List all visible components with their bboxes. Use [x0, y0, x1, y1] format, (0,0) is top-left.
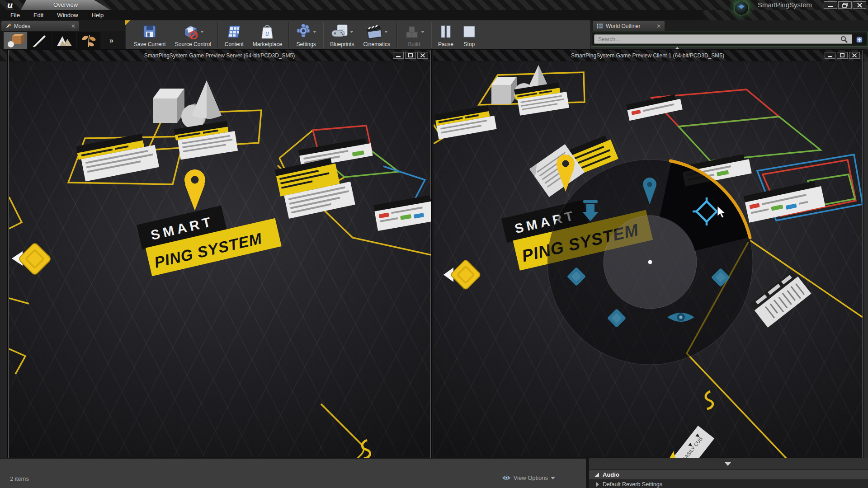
- settings-dropdown-icon[interactable]: [313, 31, 316, 33]
- menu-edit[interactable]: Edit: [28, 10, 49, 20]
- settings-label: Settings: [296, 41, 316, 47]
- unreal-editor-window: u Overview SmartPingSystem File Edit Win…: [0, 0, 868, 488]
- server-minimize-button[interactable]: [393, 52, 404, 59]
- mode-paint-button[interactable]: [28, 32, 52, 49]
- rotated-placard: [750, 270, 811, 328]
- maximize-icon: [840, 53, 844, 57]
- blueprints-button[interactable]: Blueprints: [326, 20, 359, 49]
- outliner-search-row: [591, 32, 868, 47]
- settings-button[interactable]: Settings: [291, 20, 321, 49]
- client-viewport[interactable]: SMART PING SYSTEM: [434, 61, 862, 457]
- stop-button[interactable]: Stop: [458, 20, 481, 49]
- marketplace-label: Marketplace: [253, 41, 282, 47]
- modes-tab-icon: [5, 23, 11, 29]
- outliner-search-input[interactable]: [594, 34, 852, 44]
- objective-diamond-marker: [12, 242, 52, 276]
- server-viewport-scene: SMART PING SYSTEM: [9, 61, 431, 458]
- cinematics-label: Cinematics: [363, 41, 390, 47]
- server-viewport[interactable]: SMART PING SYSTEM: [9, 61, 430, 457]
- menu-file[interactable]: File: [5, 10, 26, 20]
- server-maximize-button[interactable]: [405, 52, 416, 59]
- source-control-button[interactable]: Source Control: [170, 20, 216, 49]
- save-current-button[interactable]: Save Current: [129, 20, 170, 49]
- world-outliner-tab-label: World Outliner: [606, 23, 654, 29]
- marketplace-button[interactable]: u Marketplace: [248, 20, 287, 49]
- tab-modes[interactable]: Modes ✕: [1, 21, 79, 31]
- outliner-add-button[interactable]: [855, 34, 865, 44]
- client-window-titlebar[interactable]: SmartPingSystem Game Preview Client 1 (6…: [433, 50, 862, 61]
- tutorial-sign: [76, 131, 159, 182]
- modes-more-chevron[interactable]: »: [109, 37, 112, 45]
- domain-sign: [275, 155, 355, 219]
- app-minimize-button[interactable]: [824, 1, 837, 9]
- radial-ping-wheel[interactable]: [547, 160, 753, 365]
- world-outliner-close-icon[interactable]: ✕: [656, 23, 661, 29]
- content-button[interactable]: Content: [220, 20, 248, 49]
- tutorial-sign: [744, 180, 826, 222]
- mode-foliage-button[interactable]: [77, 32, 100, 49]
- toolbar-corner-fold: [125, 20, 130, 25]
- menubar: File Edit Window Help: [0, 10, 703, 20]
- server-window-title: SmartPingSystem Game Preview Server (64-…: [9, 52, 430, 59]
- blueprints-label: Blueprints: [330, 41, 354, 47]
- modes-toolbar: »: [0, 31, 125, 50]
- marketplace-icon: u: [261, 24, 274, 39]
- client-window-controls: [825, 52, 860, 59]
- build-icon: [404, 24, 419, 39]
- save-current-label: Save Current: [134, 41, 166, 47]
- stop-icon: [462, 25, 476, 38]
- default-reverb-label: Default Reverb Settings: [603, 481, 662, 488]
- menu-help[interactable]: Help: [86, 10, 110, 20]
- toolbar-separator: [217, 22, 218, 47]
- culprit-placard: EASILY CUS: [665, 423, 714, 458]
- row-collapsed-icon: [596, 482, 599, 487]
- search-icon: [840, 36, 848, 43]
- server-window-titlebar[interactable]: SmartPingSystem Game Preview Server (64-…: [9, 50, 430, 61]
- default-reverb-settings-row[interactable]: Default Reverb Settings: [589, 480, 868, 488]
- maximize-icon: [408, 53, 413, 57]
- mode-landscape-button[interactable]: [52, 32, 76, 49]
- client-maximize-button[interactable]: [837, 52, 848, 59]
- details-splitter[interactable]: [589, 458, 868, 470]
- app-restore-button[interactable]: [838, 1, 852, 9]
- server-close-button[interactable]: [417, 52, 428, 59]
- demo-primitives: [153, 80, 222, 129]
- cinematics-dropdown-icon[interactable]: [384, 31, 388, 33]
- blueprints-dropdown-icon[interactable]: [350, 31, 354, 33]
- view-options-button[interactable]: View Options: [502, 474, 555, 481]
- client-preview-window: SmartPingSystem Game Preview Client 1 (6…: [433, 50, 863, 458]
- items-count: 2 items: [10, 475, 29, 482]
- tutorial-sign: [174, 120, 238, 160]
- close-icon: [420, 53, 425, 57]
- build-button[interactable]: Build: [399, 20, 429, 49]
- world-outliner-panel: World Outliner ✕: [591, 20, 868, 50]
- modes-panel: Modes ✕ »: [0, 20, 125, 50]
- details-column-divider: [668, 480, 668, 488]
- client-minimize-button[interactable]: [825, 52, 835, 59]
- right-edge-sliver: [863, 61, 868, 458]
- tab-world-outliner[interactable]: World Outliner ✕: [593, 21, 665, 31]
- minimize-icon: [828, 53, 832, 57]
- pause-icon: [440, 25, 452, 38]
- cinematics-button[interactable]: Cinematics: [359, 20, 395, 49]
- pause-button[interactable]: Pause: [434, 20, 458, 49]
- client-close-button[interactable]: [849, 52, 860, 59]
- mode-place-button[interactable]: [4, 32, 27, 49]
- app-title: SmartPingSystem: [758, 0, 812, 10]
- category-expanded-icon: [594, 473, 599, 477]
- audio-category-header[interactable]: Audio: [589, 470, 868, 480]
- audio-category-label: Audio: [603, 471, 619, 478]
- foliage-mode-icon: [80, 33, 98, 48]
- source-control-dropdown-icon[interactable]: [200, 31, 204, 33]
- place-mode-icon: [6, 33, 24, 48]
- eye-icon: [502, 475, 511, 481]
- modes-tab-close-icon[interactable]: ✕: [71, 23, 75, 29]
- menu-window[interactable]: Window: [51, 10, 84, 20]
- tab-overview-label: Overview: [53, 1, 78, 8]
- panel-divider[interactable]: [586, 458, 589, 488]
- source-control-icon: [182, 24, 198, 39]
- toolbar-separator: [431, 22, 432, 47]
- app-close-button[interactable]: [853, 1, 866, 9]
- content-browser-footer: 2 items View Options: [0, 458, 586, 488]
- restore-icon: [842, 3, 848, 8]
